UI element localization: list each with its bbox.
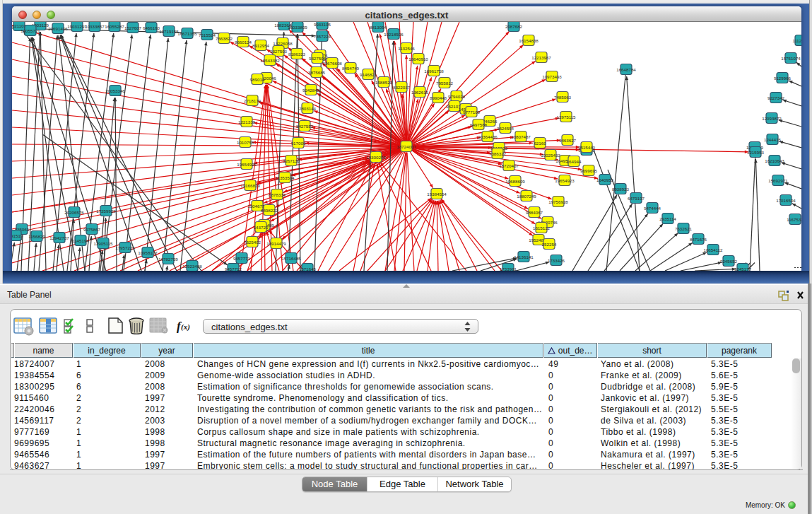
svg-text:7955812: 7955812 [436, 81, 454, 86]
svg-text:1733426: 1733426 [548, 258, 565, 263]
svg-text:12975115: 12975115 [556, 115, 576, 119]
svg-text:10654112: 10654112 [703, 247, 723, 252]
svg-text:20364436: 20364436 [478, 134, 498, 139]
svg-text:3624554: 3624554 [497, 126, 514, 131]
svg-text:917006: 917006 [291, 141, 306, 146]
svg-text:7663822: 7663822 [216, 36, 233, 41]
svg-text:9699695: 9699695 [580, 168, 598, 173]
svg-text:16782759: 16782759 [158, 257, 178, 262]
svg-text:9884067: 9884067 [526, 210, 543, 215]
svg-text:16961758: 16961758 [424, 69, 444, 74]
svg-text:16914479: 16914479 [266, 241, 286, 246]
svg-text:8322037: 8322037 [393, 85, 411, 90]
svg-text:20206576: 20206576 [64, 210, 84, 215]
svg-text:15751074: 15751074 [781, 56, 801, 61]
svg-text:2087682: 2087682 [505, 24, 523, 29]
svg-text:1132546: 1132546 [398, 46, 415, 51]
svg-text:164944: 164944 [567, 159, 582, 164]
svg-text:8990448: 8990448 [430, 95, 447, 100]
svg-text:9245652: 9245652 [720, 259, 738, 264]
svg-text:8938923: 8938923 [612, 187, 630, 192]
svg-text:391519: 391519 [12, 233, 23, 238]
svg-text:9327506: 9327506 [309, 56, 326, 61]
svg-text:9227342: 9227342 [767, 95, 785, 100]
svg-text:16648784: 16648784 [616, 67, 636, 72]
svg-text:1571645: 1571645 [299, 267, 317, 271]
svg-text:1640953: 1640953 [596, 177, 614, 182]
svg-text:10688609: 10688609 [505, 179, 525, 184]
svg-text:9457771: 9457771 [233, 256, 251, 261]
svg-text:8471676: 8471676 [690, 237, 707, 242]
svg-text:9975867: 9975867 [83, 227, 101, 232]
svg-text:1527607: 1527607 [124, 25, 142, 30]
svg-text:9777109: 9777109 [463, 110, 481, 115]
svg-text:6498222: 6498222 [261, 208, 278, 213]
svg-text:9933105: 9933105 [314, 22, 331, 27]
svg-text:15716485: 15716485 [281, 256, 301, 261]
svg-text:16154838: 16154838 [519, 38, 539, 43]
svg-text:16543382: 16543382 [260, 58, 280, 63]
svg-text:7632621: 7632621 [675, 226, 693, 231]
svg-text:1221338: 1221338 [238, 119, 256, 124]
svg-text:2803144: 2803144 [299, 106, 317, 111]
svg-text:14055721: 14055721 [20, 28, 40, 33]
svg-text:3215953: 3215953 [747, 150, 765, 155]
svg-text:17359928: 17359928 [96, 209, 116, 214]
svg-text:1244415: 1244415 [764, 137, 782, 142]
svg-text:18300295: 18300295 [366, 155, 386, 160]
svg-text:18724007: 18724007 [396, 144, 416, 149]
svg-text:1167533: 1167533 [787, 217, 801, 222]
svg-text:2935114: 2935114 [659, 216, 676, 221]
svg-text:2718170: 2718170 [244, 98, 261, 103]
svg-text:20691406: 20691406 [48, 26, 68, 31]
svg-text:19031297: 19031297 [67, 24, 87, 29]
svg-text:10973493: 10973493 [542, 74, 562, 79]
svg-text:3875685: 3875685 [308, 70, 326, 75]
svg-text:9245177: 9245177 [734, 267, 752, 271]
svg-text:12093872: 12093872 [762, 116, 782, 121]
svg-text:14136141: 14136141 [514, 255, 534, 259]
svg-text:9794028: 9794028 [448, 94, 466, 99]
svg-text:15720407: 15720407 [499, 163, 519, 168]
svg-text:7485063: 7485063 [554, 95, 572, 100]
svg-text:1588520: 1588520 [375, 80, 393, 85]
svg-text:16671355: 16671355 [177, 31, 197, 36]
svg-text:19756928: 19756928 [548, 199, 568, 204]
svg-text:8813054: 8813054 [370, 25, 387, 30]
svg-text:9474444: 9474444 [644, 206, 661, 211]
svg-text:1615132: 1615132 [533, 226, 551, 230]
svg-text:3267130: 3267130 [283, 158, 300, 163]
svg-text:8912954: 8912954 [252, 43, 270, 48]
svg-text:9463627: 9463627 [559, 138, 577, 143]
svg-text:1156829: 1156829 [28, 234, 45, 239]
svg-text:9146821: 9146821 [360, 72, 377, 77]
svg-text:1112843: 1112843 [792, 38, 801, 43]
svg-text:7515524: 7515524 [199, 33, 216, 37]
svg-text:16055287: 16055287 [105, 24, 124, 29]
svg-text:11353594: 11353594 [275, 175, 295, 180]
svg-text:19384554: 19384554 [427, 192, 447, 197]
svg-text:6479197: 6479197 [628, 196, 645, 201]
svg-text:9129966: 9129966 [774, 76, 792, 81]
svg-text:10333857: 10333857 [85, 24, 105, 29]
svg-text:989014: 989014 [250, 77, 265, 82]
svg-text:1145194: 1145194 [72, 238, 89, 243]
svg-text:12942737: 12942737 [49, 235, 69, 240]
svg-text:17016504: 17016504 [776, 198, 796, 203]
svg-text:8427552: 8427552 [296, 124, 314, 129]
svg-text:10958107: 10958107 [138, 250, 158, 255]
svg-text:143729: 143729 [254, 225, 269, 230]
svg-text:19166829: 19166829 [240, 183, 260, 188]
svg-text:(x): (x) [181, 322, 190, 332]
svg-text:9515440: 9515440 [578, 145, 596, 150]
svg-text:7386322: 7386322 [489, 151, 507, 156]
svg-text:1362615: 1362615 [411, 90, 429, 95]
svg-text:19654923: 19654923 [555, 178, 575, 183]
svg-text:62160: 62160 [534, 141, 546, 146]
svg-text:7625402: 7625402 [244, 240, 261, 245]
svg-text:29676608: 29676608 [322, 61, 342, 66]
svg-text:10025433: 10025433 [541, 153, 560, 158]
svg-text:12923468: 12923468 [182, 264, 202, 269]
svg-text:16033809: 16033809 [288, 25, 307, 30]
svg-text:10807487: 10807487 [511, 134, 531, 139]
